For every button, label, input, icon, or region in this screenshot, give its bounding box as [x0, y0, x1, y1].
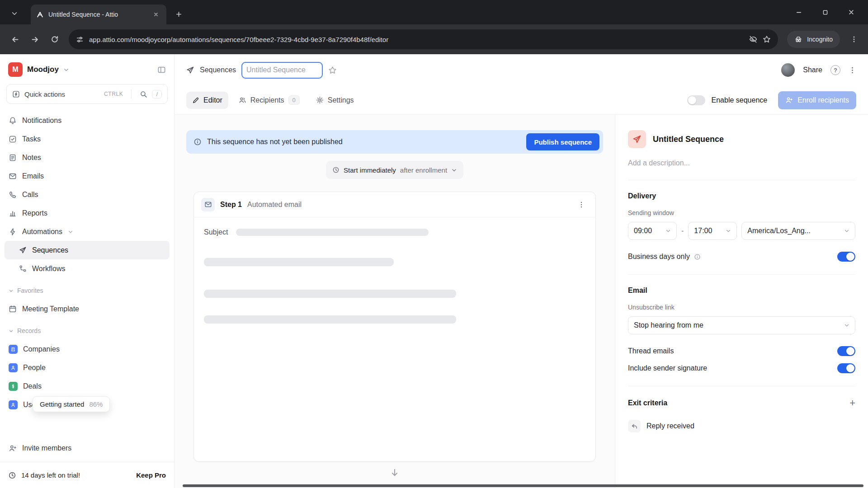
- back-button[interactable]: [5, 30, 24, 49]
- description-placeholder[interactable]: Add a description...: [628, 159, 855, 167]
- sidebar-item-label: People: [23, 364, 46, 372]
- start-trigger-secondary: after enrollment: [400, 166, 447, 174]
- tab-close-icon[interactable]: [151, 9, 161, 19]
- invite-members-button[interactable]: Invite members: [5, 439, 170, 457]
- site-info-icon[interactable]: [76, 36, 84, 43]
- avatar[interactable]: [781, 63, 795, 77]
- help-icon[interactable]: ?: [830, 65, 840, 75]
- favorites-section-header[interactable]: Favorites: [5, 282, 170, 300]
- envelope-icon: [9, 172, 17, 180]
- window-start-value: 09:00: [634, 227, 652, 235]
- subject-placeholder-skeleton[interactable]: [236, 229, 429, 236]
- forward-button[interactable]: [25, 30, 44, 49]
- sidebar-item-people[interactable]: People: [5, 358, 170, 377]
- sidebar-item-tasks[interactable]: Tasks: [5, 130, 170, 148]
- browser-chrome: Untitled Sequence - Attio: [0, 0, 868, 54]
- sidebar-nav: Notifications Tasks Notes: [0, 108, 174, 414]
- bar-chart-icon: [9, 209, 17, 217]
- sidebar-item-users[interactable]: Users Getting started 86%: [5, 395, 170, 414]
- send-plane-icon: [19, 246, 27, 254]
- bookmark-star-icon[interactable]: [763, 35, 771, 43]
- enable-sequence-toggle[interactable]: [687, 95, 705, 105]
- exit-criteria-heading: Exit criteria: [628, 399, 667, 407]
- step-card-body[interactable]: Subject: [194, 217, 595, 334]
- window-start-select[interactable]: 09:00: [628, 222, 677, 240]
- person-plus-icon: [9, 444, 17, 452]
- business-days-toggle[interactable]: [837, 252, 855, 262]
- include-signature-label: Include sender signature: [628, 364, 707, 372]
- tab-editor[interactable]: Editor: [186, 92, 228, 109]
- deals-icon: [9, 382, 18, 391]
- address-bar[interactable]: app.attio.com/moodjoycorp/automations/se…: [69, 29, 778, 49]
- calendar-icon: [9, 305, 17, 313]
- new-tab-button[interactable]: [171, 6, 186, 22]
- incognito-label: Incognito: [807, 36, 833, 43]
- sidebar-item-emails[interactable]: Emails: [5, 167, 170, 185]
- publish-sequence-button[interactable]: Publish sequence: [526, 133, 599, 150]
- browser-toolbar: app.attio.com/moodjoycorp/automations/se…: [0, 24, 868, 54]
- quick-actions-shortcut: CTRLK: [104, 91, 123, 97]
- phone-icon: [9, 191, 17, 199]
- favorites-label: Favorites: [17, 287, 43, 294]
- sequence-title-input[interactable]: [241, 62, 323, 79]
- include-signature-toggle[interactable]: [837, 363, 855, 373]
- chevron-down-icon: [844, 323, 849, 328]
- sidebar-item-meeting-template[interactable]: Meeting Template: [5, 300, 170, 318]
- sidebar-item-deals[interactable]: Deals: [5, 377, 170, 395]
- breadcrumb[interactable]: Sequences: [200, 66, 236, 74]
- browser-menu-icon[interactable]: [845, 31, 863, 48]
- enroll-recipients-button[interactable]: Enroll recipients: [778, 91, 856, 109]
- maximize-button[interactable]: [812, 0, 838, 24]
- quick-actions-label: Quick actions: [24, 90, 65, 98]
- records-section-header[interactable]: Records: [5, 322, 170, 340]
- sidebar-item-companies[interactable]: Companies: [5, 340, 170, 358]
- minimize-button[interactable]: [786, 0, 812, 24]
- browser-tab[interactable]: Untitled Sequence - Attio: [31, 5, 166, 24]
- chevron-down-icon: [726, 228, 731, 234]
- quick-actions-icon: [12, 90, 20, 98]
- quick-actions-bar[interactable]: Quick actions CTRLK /: [6, 84, 168, 104]
- eye-off-icon[interactable]: [749, 35, 757, 43]
- sidebar-item-automations[interactable]: Automations: [5, 222, 170, 241]
- close-window-button[interactable]: [838, 0, 864, 24]
- chevron-down-icon: [9, 288, 14, 293]
- tab-settings[interactable]: Settings: [310, 92, 360, 109]
- tab-search-button[interactable]: [6, 5, 23, 22]
- more-options-icon[interactable]: [849, 66, 856, 74]
- exit-criteria-item[interactable]: Reply received: [628, 420, 855, 432]
- tab-strip: Untitled Sequence - Attio: [0, 0, 868, 24]
- panel-title: Untitled Sequence: [653, 135, 724, 144]
- start-trigger-pill[interactable]: Start immediately after enrollment: [326, 161, 463, 179]
- sidebar-item-sequences[interactable]: Sequences: [5, 241, 170, 259]
- getting-started-tooltip[interactable]: Getting started 86%: [33, 396, 110, 412]
- bell-icon: [9, 117, 17, 125]
- share-button[interactable]: Share: [803, 66, 822, 74]
- horizontal-scrollbar[interactable]: [183, 484, 863, 487]
- tab-recipients[interactable]: Recipients 0: [233, 92, 306, 109]
- collapse-sidebar-icon[interactable]: [157, 66, 166, 74]
- search-icon[interactable]: [140, 90, 147, 98]
- unsubscribe-select[interactable]: Stop hearing from me: [628, 316, 855, 334]
- thread-emails-toggle[interactable]: [837, 346, 855, 356]
- tab-editor-label: Editor: [203, 96, 222, 104]
- window-end-select[interactable]: 17:00: [688, 222, 737, 240]
- sidebar-item-calls[interactable]: Calls: [5, 185, 170, 204]
- incognito-badge: Incognito: [787, 31, 840, 48]
- enable-sequence-label: Enable sequence: [712, 96, 768, 104]
- sidebar-item-workflows[interactable]: Workflows: [5, 259, 170, 278]
- reload-button[interactable]: [45, 30, 64, 49]
- keep-pro-button[interactable]: Keep Pro: [136, 471, 166, 479]
- favorite-star-icon[interactable]: [328, 66, 337, 75]
- sidebar-item-notes[interactable]: Notes: [5, 148, 170, 167]
- add-exit-criteria-button[interactable]: +: [849, 398, 855, 408]
- sidebar-item-reports[interactable]: Reports: [5, 204, 170, 222]
- sidebar-item-label: Companies: [23, 345, 60, 353]
- sidebar-item-notifications[interactable]: Notifications: [5, 111, 170, 130]
- sending-window-label: Sending window: [628, 209, 855, 216]
- workspace-switcher[interactable]: M Moodjoy: [0, 54, 174, 82]
- step-menu-icon[interactable]: [575, 198, 588, 211]
- timezone-select[interactable]: America/Los_Ang...: [741, 222, 855, 240]
- business-days-label: Business days only: [628, 253, 690, 261]
- step-label: Step 1: [220, 201, 242, 209]
- clock-icon: [332, 166, 340, 174]
